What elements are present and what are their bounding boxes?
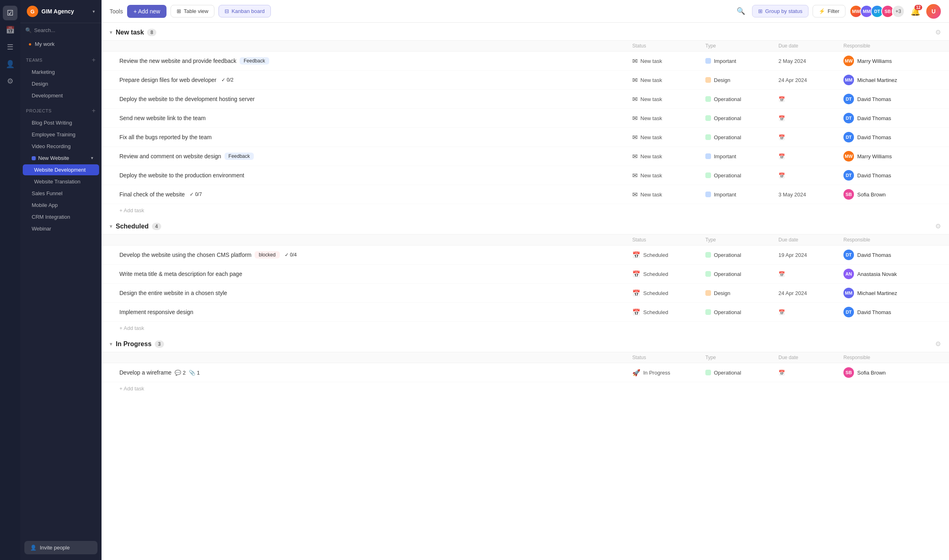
employee-training-label: Employee Training <box>32 131 76 138</box>
resp-avatar: SB <box>843 367 854 378</box>
table-view-button[interactable]: ⊞ Table view <box>171 5 214 17</box>
group-by-status-button[interactable]: ⊞ Group by status <box>752 5 808 17</box>
sidebar-item-website-translation[interactable]: Website Translation <box>23 176 99 187</box>
add-task-button-in-progress[interactable]: + Add task <box>102 382 949 395</box>
col-responsible: Responsible <box>843 43 925 49</box>
webinar-label: Webinar <box>32 226 51 232</box>
table-row[interactable]: Review and comment on website design Fee… <box>102 147 949 166</box>
search-bar[interactable]: 🔍 Search... <box>20 23 102 37</box>
sidebar-item-sales-funnel[interactable]: Sales Funnel <box>23 188 99 199</box>
sidebar-item-blog-post-writing[interactable]: Blog Post Writing <box>23 117 99 128</box>
section-settings-scheduled[interactable]: ⚙ <box>935 222 941 230</box>
col-due-date: Due date <box>778 43 843 49</box>
responsible-cell: DT David Thomas <box>843 94 925 104</box>
table-view-label: Table view <box>184 8 208 14</box>
resp-avatar: MW <box>843 151 854 162</box>
user-avatar[interactable]: U <box>926 4 941 19</box>
avatar-group: MW MM DT SB +3 <box>850 5 905 18</box>
col-type-s: Type <box>705 237 778 243</box>
add-task-button-scheduled[interactable]: + Add task <box>102 322 949 334</box>
section-toggle-in-progress[interactable]: ▾ <box>110 341 112 347</box>
type-cell: Important <box>705 153 778 159</box>
sidebar-item-design[interactable]: Design <box>23 78 99 89</box>
section-toggle-scheduled[interactable]: ▾ <box>110 223 112 229</box>
responsible-cell: DT David Thomas <box>843 113 925 123</box>
sidebar-item-website-development[interactable]: Website Development <box>23 164 99 175</box>
sidebar-item-marketing[interactable]: Marketing <box>23 67 99 78</box>
crm-integration-label: CRM Integration <box>32 214 70 220</box>
status-cell: ✉ New task <box>632 95 705 103</box>
kanban-board-button[interactable]: ⊟ Kanban board <box>218 5 271 17</box>
table-row[interactable]: Prepare design files for web developer ✓… <box>102 71 949 90</box>
due-date: 19 Apr 2024 <box>778 252 843 258</box>
table-row[interactable]: Deploy the website to the development ho… <box>102 90 949 109</box>
type-cell: Operational <box>705 134 778 140</box>
resp-avatar: MM <box>843 75 854 85</box>
responsible-cell: MM Michael Martinez <box>843 75 925 85</box>
add-new-button[interactable]: + Add new <box>127 5 167 18</box>
task-name: Send new website link to the team <box>119 115 632 121</box>
status-cell: ✉ New task <box>632 57 705 65</box>
responsible-cell: DT David Thomas <box>843 307 925 317</box>
comment-icon: 💬 2 <box>175 370 186 376</box>
status-cell: 📅 Scheduled <box>632 308 705 316</box>
filter-button[interactable]: ⚡ Filter <box>813 5 845 17</box>
notification-button[interactable]: 🔔 12 <box>909 5 922 18</box>
table-row[interactable]: Write meta title & meta description for … <box>102 265 949 284</box>
task-name: Prepare design files for web developer ✓… <box>119 77 632 83</box>
sidebar-item-webinar[interactable]: Webinar <box>23 223 99 234</box>
type-dot <box>705 77 711 83</box>
section-settings-in-progress[interactable]: ⚙ <box>935 340 941 348</box>
task-name: Final check of the website ✓ 0/7 <box>119 191 632 198</box>
table-row[interactable]: Develop the website using the chosen CMS… <box>102 246 949 265</box>
type-cell: Operational <box>705 271 778 277</box>
sidebar-item-employee-training[interactable]: Employee Training <box>23 129 99 140</box>
type-dot <box>705 271 711 277</box>
brand-name: GIM Agency <box>41 8 74 15</box>
home-icon[interactable]: ☑ <box>3 6 17 20</box>
settings-icon[interactable]: ⚙ <box>3 74 17 88</box>
table-row[interactable]: Final check of the website ✓ 0/7 ✉ New t… <box>102 185 949 204</box>
table-row[interactable]: Design the entire website in a chosen st… <box>102 284 949 303</box>
table-row[interactable]: Develop a wireframe 💬 2 📎 1 🚀 In Progres… <box>102 363 949 382</box>
invite-people-button[interactable]: 👤 Invite people <box>24 541 97 554</box>
table-row[interactable]: Deploy the website to the production env… <box>102 166 949 185</box>
contacts-icon[interactable]: 👤 <box>3 57 17 71</box>
sidebar-item-development[interactable]: Development <box>23 90 99 101</box>
sidebar-item-video-recording[interactable]: Video Recording <box>23 141 99 152</box>
calendar-icon[interactable]: 📅 <box>3 23 17 37</box>
responsible-cell: DT David Thomas <box>843 132 925 142</box>
section-settings-new-task[interactable]: ⚙ <box>935 28 941 36</box>
sidebar-item-crm-integration[interactable]: CRM Integration <box>23 211 99 222</box>
design-label: Design <box>32 81 48 87</box>
add-task-button-new[interactable]: + Add task <box>102 204 949 217</box>
status-cell: 📅 Scheduled <box>632 270 705 278</box>
sidebar-item-label: My work <box>35 41 54 47</box>
task-name: Fix all the bugs reported by the team <box>119 134 632 140</box>
filter-label: Filter <box>828 8 839 14</box>
due-date-empty: 📅 <box>778 370 843 376</box>
status-icon: ✉ <box>632 57 638 65</box>
resp-avatar: DT <box>843 132 854 142</box>
search-button[interactable]: 🔍 <box>734 4 748 18</box>
col-due-date-s: Due date <box>778 237 843 243</box>
table-row[interactable]: Send new website link to the team ✉ New … <box>102 109 949 128</box>
responsible-cell: MW Marry Williams <box>843 56 925 66</box>
add-team-button[interactable]: + <box>92 56 96 64</box>
table-row[interactable]: Review the new website and provide feedb… <box>102 52 949 71</box>
list-icon[interactable]: ☰ <box>3 40 17 54</box>
add-project-button[interactable]: + <box>92 107 96 114</box>
sidebar-item-new-website[interactable]: New Website ▾ <box>23 153 99 164</box>
sales-funnel-label: Sales Funnel <box>32 190 63 196</box>
table-row[interactable]: Fix all the bugs reported by the team ✉ … <box>102 128 949 147</box>
sidebar-item-mobile-app[interactable]: Mobile App <box>23 200 99 211</box>
tag-blocked: blocked <box>255 251 279 258</box>
due-date-empty: 📅 <box>778 309 843 315</box>
due-date-empty: 📅 <box>778 153 843 159</box>
sidebar-header[interactable]: G GIM Agency ▾ <box>20 0 102 23</box>
sidebar-item-mywork[interactable]: ● My work <box>23 38 99 50</box>
section-toggle-new-task[interactable]: ▾ <box>110 29 112 35</box>
table-row[interactable]: Implement responsive design 📅 Scheduled … <box>102 303 949 322</box>
avatar-count: +3 <box>892 5 905 18</box>
development-label: Development <box>32 93 63 99</box>
